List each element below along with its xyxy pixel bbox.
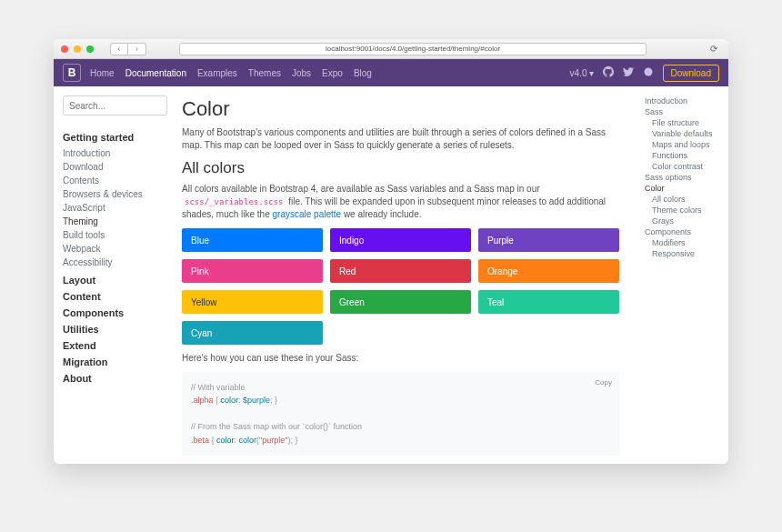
nav-link-jobs[interactable]: Jobs (292, 68, 311, 78)
allcolors-text: All colors available in Bootstrap 4, are… (182, 183, 619, 221)
toc-theme-colors[interactable]: Theme colors (645, 205, 721, 216)
sidebar-item-contents[interactable]: Contents (63, 174, 167, 187)
toc-components[interactable]: Components (645, 226, 721, 237)
nav-link-expo[interactable]: Expo (322, 68, 343, 78)
sidebar-item-download[interactable]: Download (63, 160, 167, 174)
refresh-icon[interactable]: ⟳ (707, 44, 721, 54)
nav-link-documentation[interactable]: Documentation (125, 68, 186, 78)
main-content: Color Many of Bootstrap's various compon… (176, 86, 637, 464)
nav-link-examples[interactable]: Examples (197, 68, 237, 78)
sidebar-section-content[interactable]: Content (63, 291, 167, 302)
chevron-down-icon: ▾ (589, 68, 594, 78)
sidebar-section-components[interactable]: Components (63, 307, 167, 318)
page-title: Color (182, 97, 619, 121)
maximize-icon[interactable] (86, 45, 94, 53)
nav-link-blog[interactable]: Blog (354, 68, 372, 78)
copy-button[interactable]: Copy (595, 377, 612, 389)
download-button[interactable]: Download (663, 65, 719, 82)
toc-responsive[interactable]: Responsive (645, 248, 721, 259)
toc: IntroductionSassFile structureVariable d… (637, 86, 728, 464)
url-bar[interactable]: localhost:9001/docs/4.0/getting-started/… (179, 43, 647, 55)
sidebar-item-javascript[interactable]: JavaScript (63, 201, 167, 215)
intro-text: Many of Bootstrap's various components a… (182, 126, 619, 152)
sidebar-section-extend[interactable]: Extend (63, 340, 167, 351)
toc-color-contrast[interactable]: Color contrast (645, 161, 721, 172)
swatch-red: Red (330, 259, 471, 283)
sidebar-item-accessibility[interactable]: Accessibility (63, 256, 167, 269)
github-icon[interactable] (603, 66, 614, 79)
sidebar-item-webpack[interactable]: Webpack (63, 242, 167, 256)
toc-color[interactable]: Color (645, 183, 721, 194)
svg-point-0 (644, 68, 652, 76)
scss-path: scss/_variables.scss (182, 196, 286, 207)
toc-maps-and-loops[interactable]: Maps and loops (645, 139, 721, 150)
toc-introduction[interactable]: Introduction (645, 95, 721, 106)
sidebar: Getting startedIntroductionDownloadConte… (54, 86, 176, 464)
swatch-yellow: Yellow (182, 290, 323, 314)
toc-functions[interactable]: Functions (645, 150, 721, 161)
toc-grays[interactable]: Grays (645, 216, 721, 226)
twitter-icon[interactable] (623, 66, 634, 79)
forward-button[interactable]: › (128, 43, 146, 55)
sidebar-item-build-tools[interactable]: Build tools (63, 228, 167, 242)
version-dropdown[interactable]: v4.0 ▾ (570, 68, 594, 78)
usage-text: Here's how you can use these in your Sas… (182, 352, 619, 365)
sidebar-item-theming[interactable]: Theming (63, 215, 167, 228)
nav-link-home[interactable]: Home (90, 68, 115, 78)
brand-icon[interactable]: B (63, 64, 81, 82)
swatch-teal: Teal (478, 290, 619, 314)
nav-buttons: ‹ › (110, 43, 146, 55)
nav-link-themes[interactable]: Themes (248, 68, 281, 78)
swatch-indigo: Indigo (330, 228, 471, 252)
toc-sass[interactable]: Sass (645, 106, 721, 117)
code-block: Copy // With variable .alpha { color: $p… (182, 372, 619, 456)
slack-icon[interactable] (643, 66, 654, 79)
swatch-pink: Pink (182, 259, 323, 283)
swatch-cyan: Cyan (182, 321, 323, 345)
palette-link[interactable]: grayscale palette (273, 209, 342, 219)
swatch-purple: Purple (478, 228, 619, 252)
toc-variable-defaults[interactable]: Variable defaults (645, 128, 721, 139)
sidebar-section-getting-started[interactable]: Getting started (63, 132, 167, 143)
back-button[interactable]: ‹ (110, 43, 128, 55)
close-icon[interactable] (61, 45, 68, 53)
sidebar-section-layout[interactable]: Layout (63, 275, 167, 286)
toc-all-colors[interactable]: All colors (645, 194, 721, 205)
sidebar-item-introduction[interactable]: Introduction (63, 146, 167, 160)
toc-sass-options[interactable]: Sass options (645, 172, 721, 183)
section-heading: All colors (182, 159, 619, 177)
sidebar-section-about[interactable]: About (63, 373, 167, 384)
sidebar-section-utilities[interactable]: Utilities (63, 324, 167, 335)
swatch-green: Green (330, 290, 471, 314)
toc-file-structure[interactable]: File structure (645, 117, 721, 128)
minimize-icon[interactable] (74, 45, 81, 53)
browser-window: ‹ › localhost:9001/docs/4.0/getting-star… (54, 39, 728, 464)
sidebar-section-migration[interactable]: Migration (63, 356, 167, 367)
sidebar-item-browsers-devices[interactable]: Browsers & devices (63, 187, 167, 201)
swatch-orange: Orange (478, 259, 619, 283)
toc-modifiers[interactable]: Modifiers (645, 237, 721, 248)
swatch-blue: Blue (182, 228, 323, 252)
titlebar: ‹ › localhost:9001/docs/4.0/getting-star… (54, 39, 728, 59)
top-nav: B HomeDocumentationExamplesThemesJobsExp… (54, 59, 728, 86)
search-input[interactable] (63, 95, 167, 115)
